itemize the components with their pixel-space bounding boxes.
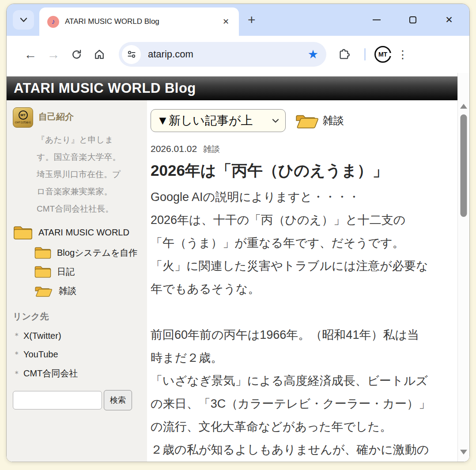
tab-search-button[interactable] [13,10,34,30]
asterisk-bullet: ＊ [13,349,21,360]
article-line: 「火」に関連した災害やトラブルには注意が必要な [151,254,457,277]
address-bar[interactable]: atarip.com ★ [119,42,326,67]
scroll-up-arrow-icon[interactable] [460,104,467,109]
profile-photo: MT CMT合同会社 [13,107,33,128]
browser-tab-active[interactable]: ♪ ATARI MUSIC WORLD Blog ✕ [39,8,239,36]
post-date: 2026.01.02 [151,144,197,154]
profile-bio: 『あたり』と申しま す。国立音楽大学卒。 埼玉県川口市在住。プ ロ音楽家兼実業家… [37,131,144,217]
article-line: 2026年は、十干の「丙（ひのえ）」と十二支の [151,208,457,231]
scroll-down-arrow-icon[interactable] [460,450,467,455]
avatar-caption: CMT合同会社 [15,121,31,125]
sort-order-select[interactable]: ▼新しい記事が上 [151,109,286,132]
main-content: ▼新しい記事が上 雑談 [147,100,457,462]
profile-bio-line: す。国立音楽大学卒。 [37,148,144,166]
minimize-button[interactable] [371,15,382,25]
article-line: 年でもあるそうな。 [151,277,457,300]
page-viewport: ATARI MUSIC WORLD Blog MT CMT合同会社 自己紹介 『… [7,73,469,462]
back-button[interactable]: ← [19,43,42,66]
article-line: 時まだ２歳。 [151,346,457,369]
links-heading: リンク先 [13,311,144,322]
home-icon [93,48,106,61]
music-note-favicon: ♪ [47,16,59,28]
tree-label: ATARI MUSIC WORLD [38,227,129,238]
bookmark-star-icon[interactable]: ★ [308,47,318,61]
article-line: ２歳の私が知るよしもありませんが、確かに激動の [151,438,457,461]
article-line [151,300,457,323]
sidebar-search: 検索 [13,390,144,410]
scrollbar-thumb[interactable] [461,114,467,217]
site-settings-button[interactable] [122,45,141,64]
tab-strip: ♪ ATARI MUSIC WORLD Blog ✕ + ✕ [7,4,469,36]
category-label: 雑談 [323,114,344,128]
forward-button[interactable]: → [42,43,65,66]
folder-closed-icon [34,246,52,260]
forward-icon: → [47,48,60,61]
article-line: 「午（うま）」が重なる年です、だそうです。 [151,231,457,254]
link-youtube[interactable]: ＊ YouTube [13,349,144,360]
reload-button[interactable] [65,43,88,66]
menu-button[interactable]: ⋮ [391,43,414,66]
article-line: の来日、「3C（カラーテレビ・クーラー・カー）」 [151,392,457,415]
profile-bio-line: CMT合同会社社長。 [37,200,144,217]
toolbar-divider [364,48,366,61]
page-scrollbar[interactable] [457,73,469,462]
puzzle-icon [338,48,350,61]
post-category: 雑談 [203,144,220,155]
post-meta: 2026.01.02 雑談 [151,144,457,155]
link-label: X(Twitter) [23,331,61,341]
profile-avatar[interactable]: MT [374,46,391,63]
folder-closed-icon [13,224,33,241]
article-line: Google AIの説明によりますと・・・・ [151,186,457,208]
asterisk-bullet: ＊ [13,368,21,379]
extensions-button[interactable] [332,43,355,66]
chevron-down-icon [20,17,27,23]
site-header-banner: ATARI MUSIC WORLD Blog [7,76,457,100]
folder-closed-icon [34,265,52,279]
tab-title: ATARI MUSIC WORLD Blog [65,17,159,26]
tab-close-icon[interactable]: ✕ [219,15,233,28]
three-dots-icon: ⋮ [397,48,408,61]
back-icon: ← [24,48,37,61]
tree-label: 日記 [57,266,75,278]
search-input[interactable] [13,391,102,409]
tree-label: Blogシステムを自作 [57,247,137,259]
tune-icon [126,49,137,60]
profile-bio-line: ロ音楽家兼実業家。 [37,183,144,200]
profile-heading: 自己紹介 [38,111,74,123]
link-label: YouTube [23,349,58,360]
link-x-twitter[interactable]: ＊ X(Twitter) [13,330,144,341]
folder-open-icon [34,284,53,298]
new-tab-button[interactable]: + [239,12,264,27]
profile-bio-line: 埼玉県川口市在住。プ [37,166,144,183]
maximize-button[interactable] [408,15,418,25]
link-cmt-company[interactable]: ＊ CMT合同会社 [13,368,144,379]
search-button[interactable]: 検索 [104,390,132,410]
post-body: Google AIの説明によりますと・・・・ 2026年は、十干の「丙（ひのえ）… [151,186,457,461]
reload-icon [71,49,83,61]
tree-item-root[interactable]: ATARI MUSIC WORLD [13,224,144,241]
minimize-icon [373,19,381,20]
profile-bio-line: 『あたり』と申しま [37,131,144,148]
sidebar: MT CMT合同会社 自己紹介 『あたり』と申しま す。国立音楽大学卒。 埼玉県… [7,100,147,462]
close-button[interactable]: ✕ [444,15,454,25]
tree-item-chat[interactable]: 雑談 [34,284,144,298]
tree-item-blog-system[interactable]: Blogシステムを自作 [34,246,144,260]
category-tree: ATARI MUSIC WORLD Blogシステムを自作 [13,224,144,298]
current-category[interactable]: 雑談 [295,111,344,130]
tree-label: 雑談 [59,285,76,297]
browser-toolbar: ← → atarip.com [7,36,469,73]
browser-window: ♪ ATARI MUSIC WORLD Blog ✕ + ✕ ← → [6,4,470,462]
home-button[interactable] [88,43,111,66]
post-title: 2026年は「丙午（ひのえうま）」 [151,160,457,181]
maximize-icon [409,16,416,23]
url-text[interactable]: atarip.com [148,49,193,60]
chevron-down-icon [272,118,279,123]
window-controls: ✕ [371,15,469,25]
folder-open-icon [295,111,320,130]
cmt-logo-icon: MT [19,110,28,120]
link-label: CMT合同会社 [23,368,78,379]
article-line: 前回60年前の丙午は1966年。（昭和41年）私は当 [151,323,457,346]
tree-item-diary[interactable]: 日記 [34,265,144,279]
article-line: 「いざなぎ景気」による高度経済成長、ビートルズ [151,369,457,392]
asterisk-bullet: ＊ [13,330,21,341]
